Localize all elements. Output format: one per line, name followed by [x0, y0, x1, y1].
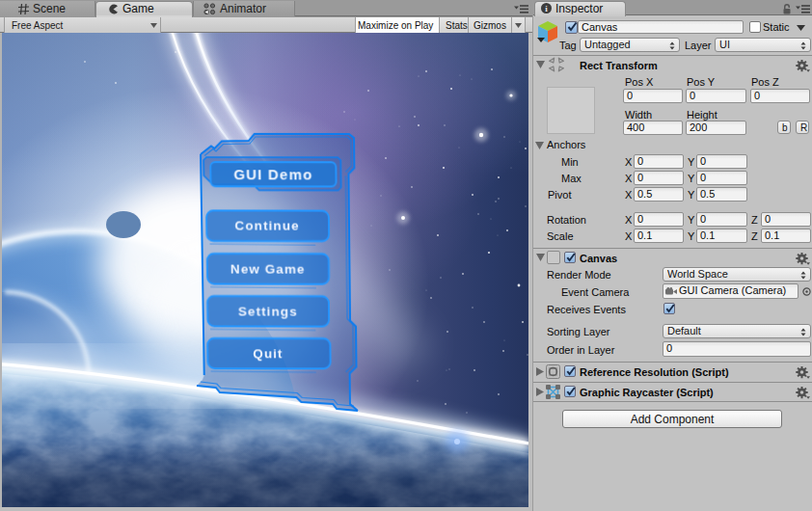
svg-text:Quit: Quit	[253, 346, 283, 361]
svg-text:GUI Demo: GUI Demo	[233, 166, 312, 182]
svg-text:Settings: Settings	[238, 305, 298, 319]
svg-text:Continue: Continue	[234, 219, 299, 233]
svg-text:New Game: New Game	[230, 262, 306, 277]
